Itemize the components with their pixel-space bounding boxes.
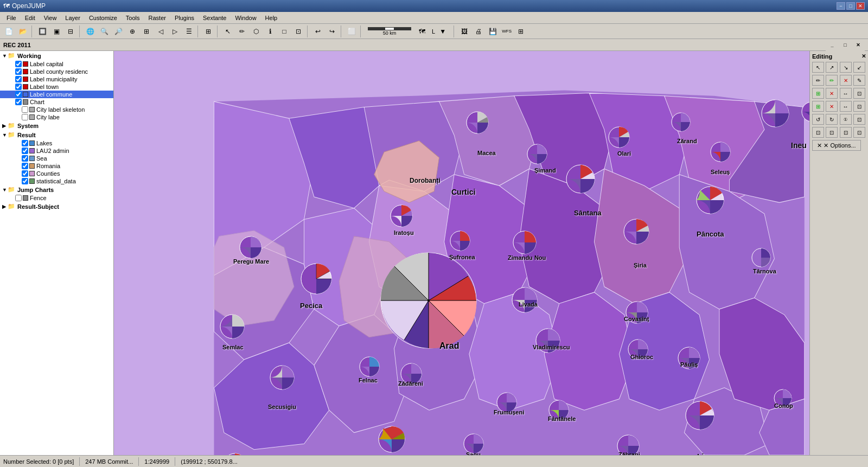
layer-city-skeleton-check[interactable] <box>22 106 28 113</box>
menu-help[interactable]: Help <box>261 14 282 22</box>
layer-label-town-check[interactable] <box>15 84 22 90</box>
toolbar-new[interactable]: 📄 <box>2 25 15 37</box>
layer-chart-check[interactable] <box>15 99 22 105</box>
edit-btn-redo[interactable]: ↻ <box>826 114 838 125</box>
layer-lakes-check[interactable] <box>22 140 28 146</box>
layer-label-muni[interactable]: Label municipality <box>0 75 113 83</box>
layer-label-county[interactable]: Label county residenc <box>0 68 113 75</box>
maximize-button[interactable]: □ <box>846 2 855 10</box>
toolbar-zoom-all[interactable]: ⊞ <box>140 25 153 37</box>
layer-lau2[interactable]: LAU2 admin <box>0 147 113 155</box>
layer-sea[interactable]: Sea <box>0 155 113 162</box>
toolbar-open[interactable]: 📂 <box>16 25 29 37</box>
menu-raster[interactable]: Raster <box>144 14 170 22</box>
edit-btn-edit2[interactable]: ✏ <box>826 75 838 86</box>
window-controls[interactable]: − □ ✕ <box>837 2 865 10</box>
rec-close[interactable]: ✕ <box>852 39 865 51</box>
group-result-subject[interactable]: ▶ 📁 Result-Subject <box>0 202 113 211</box>
edit-btn-move2[interactable]: ↔ <box>840 101 852 112</box>
edit-btn-arrow-dr[interactable]: ↘ <box>840 62 852 73</box>
layer-romania[interactable]: Romania <box>0 162 113 170</box>
layer-romania-check[interactable] <box>22 163 28 169</box>
layer-label-county-check[interactable] <box>15 68 22 75</box>
layer-stat-data-check[interactable] <box>22 178 28 184</box>
group-jump-charts[interactable]: ▼ 📁 Jump Charts <box>0 185 113 194</box>
edit-btn-undo[interactable]: ↺ <box>812 114 824 125</box>
group-system[interactable]: ▶ 📁 System <box>0 121 113 130</box>
layer-label-commune-check[interactable] <box>15 91 22 98</box>
toolbar-wfs[interactable]: WFS <box>500 25 513 37</box>
layer-sea-check[interactable] <box>22 155 28 162</box>
layer-city-label[interactable]: City labe <box>0 113 113 121</box>
rec-max[interactable]: □ <box>839 39 852 51</box>
edit-btn-box7[interactable]: ⊡ <box>853 127 865 138</box>
menu-plugins[interactable]: Plugins <box>170 14 199 22</box>
edit-btn-edit1[interactable]: ✏ <box>812 75 824 86</box>
menu-sextante[interactable]: Sextante <box>199 14 231 22</box>
working-expand-arrow[interactable]: ▼ <box>2 53 8 59</box>
toolbar-redo[interactable]: ↪ <box>326 25 339 37</box>
toolbar-scale-btn[interactable]: 🗺 <box>416 25 429 37</box>
rec-min[interactable]: _ <box>826 39 839 51</box>
toolbar-zoom-in[interactable]: 🔍 <box>98 25 111 37</box>
toolbar-edit1[interactable]: ✏ <box>235 25 248 37</box>
toolbar-select2[interactable]: ▣ <box>50 25 63 37</box>
edit-btn-box5[interactable]: ⊡ <box>826 127 838 138</box>
toolbar-info[interactable]: ℹ <box>264 25 277 37</box>
layer-counties-check[interactable] <box>22 170 28 177</box>
edit-btn-box3[interactable]: ⊡ <box>853 114 865 125</box>
group-working[interactable]: ▼ 📁 Working <box>0 51 113 60</box>
layer-label-town[interactable]: Label town <box>0 83 113 91</box>
layer-lakes[interactable]: Lakes <box>0 139 113 147</box>
zoom-dropdown[interactable]: ▼ <box>436 25 449 37</box>
layer-label-capital-check[interactable] <box>15 61 22 67</box>
edit-btn-add1[interactable]: ⊞ <box>812 88 824 99</box>
system-expand-arrow[interactable]: ▶ <box>2 123 8 129</box>
toolbar-zoom-out[interactable]: 🔎 <box>112 25 125 37</box>
toolbar-pan-fwd[interactable]: ▷ <box>168 25 181 37</box>
edit-btn-box4[interactable]: ⊡ <box>812 127 824 138</box>
edit-btn-add2[interactable]: ⊞ <box>812 101 824 112</box>
toolbar-zoom-sel[interactable]: ⊕ <box>126 25 139 37</box>
menu-tools[interactable]: Tools <box>122 14 144 22</box>
layer-fence[interactable]: Fence <box>0 194 113 202</box>
edit-btn-box2[interactable]: ⊡ <box>853 101 865 112</box>
map-area[interactable]: Arad Pecica Curtici <box>114 51 809 455</box>
jump-charts-expand-arrow[interactable]: ▼ <box>2 187 8 193</box>
edit-btn-x1[interactable]: ✕ <box>840 75 852 86</box>
toolbar-undo[interactable]: ↩ <box>311 25 324 37</box>
result-expand-arrow[interactable]: ▼ <box>2 132 8 138</box>
layer-lau2-check[interactable] <box>22 148 28 154</box>
layer-fence-check[interactable] <box>15 195 22 201</box>
edit-btn-x2[interactable]: ✕ <box>826 88 838 99</box>
editing-close-button[interactable]: ✕ <box>861 53 866 60</box>
toolbar-print[interactable]: 🖨 <box>472 25 485 37</box>
edit-btn-arrow-ul[interactable]: ↖ <box>812 62 824 73</box>
options-button[interactable]: ✕ ✕ Options... <box>812 140 861 151</box>
edit-btn-arrow-dl[interactable]: ↙ <box>853 62 865 73</box>
toolbar-grid[interactable]: ⊞ <box>202 25 215 37</box>
toolbar-pan[interactable]: ☰ <box>182 25 195 37</box>
toolbar-fence[interactable]: ⊡ <box>292 25 305 37</box>
result-subject-expand-arrow[interactable]: ▶ <box>2 204 8 209</box>
toolbar-arrow[interactable]: ↖ <box>221 25 234 37</box>
group-result[interactable]: ▼ 📁 Result <box>0 130 113 139</box>
toolbar-save[interactable]: 💾 <box>486 25 499 37</box>
toolbar-export[interactable]: 🖼 <box>458 25 471 37</box>
edit-btn-move1[interactable]: ↔ <box>840 88 852 99</box>
layer-chart[interactable]: Chart <box>0 98 113 106</box>
close-button[interactable]: ✕ <box>856 2 865 10</box>
toolbar-select3[interactable]: ⊟ <box>64 25 77 37</box>
toolbar-edit2[interactable]: ⬡ <box>250 25 263 37</box>
toolbar-globe[interactable]: 🌐 <box>84 25 97 37</box>
menu-window[interactable]: Window <box>231 14 260 22</box>
edit-btn-num[interactable]: ① <box>840 114 852 125</box>
layer-counties[interactable]: Counties <box>0 170 113 177</box>
edit-btn-box6[interactable]: ⊡ <box>840 127 852 138</box>
edit-btn-pen[interactable]: ✎ <box>853 75 865 86</box>
layer-label-capital[interactable]: Label capital <box>0 60 113 68</box>
layer-panel[interactable]: ▼ 📁 Working Label capital Label county r… <box>0 51 114 455</box>
layer-city-skeleton[interactable]: City label skeleton <box>0 106 113 113</box>
layer-label-commune[interactable]: Label commune <box>0 91 113 98</box>
menu-file[interactable]: File <box>2 14 21 22</box>
